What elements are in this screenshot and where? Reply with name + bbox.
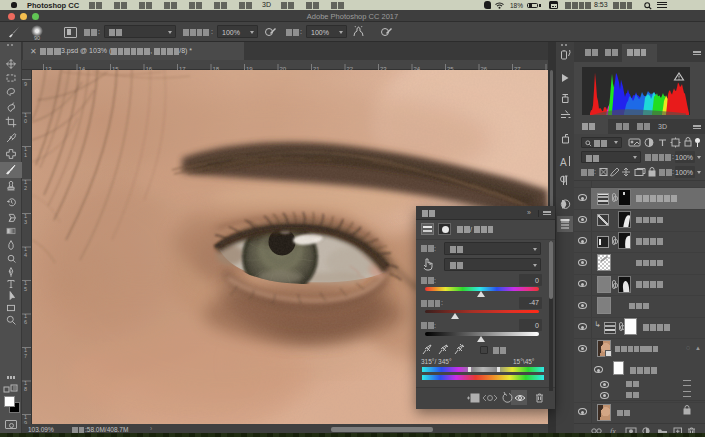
svg-text:4: 4 xyxy=(24,252,27,258)
svg-text:5: 5 xyxy=(24,286,27,292)
svg-text:2: 2 xyxy=(24,185,27,191)
svg-text:0: 0 xyxy=(24,118,27,124)
svg-text:9: 9 xyxy=(24,81,27,87)
svg-text:7: 7 xyxy=(24,353,27,359)
svg-text:1: 1 xyxy=(24,152,27,158)
svg-text:A: A xyxy=(560,157,567,168)
svg-text:3: 3 xyxy=(24,219,27,225)
svg-text:6: 6 xyxy=(24,319,27,325)
svg-text:8: 8 xyxy=(24,386,27,392)
